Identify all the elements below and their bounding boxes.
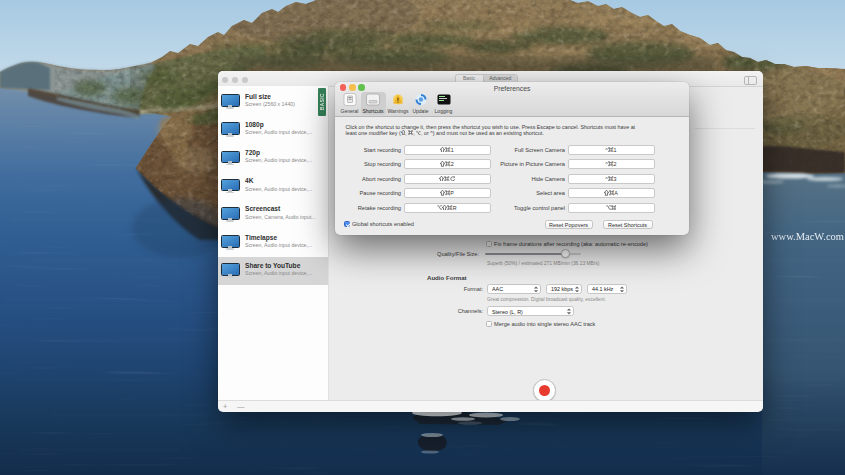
svg-text:www.MacW.com: www.MacW.com <box>771 231 844 242</box>
